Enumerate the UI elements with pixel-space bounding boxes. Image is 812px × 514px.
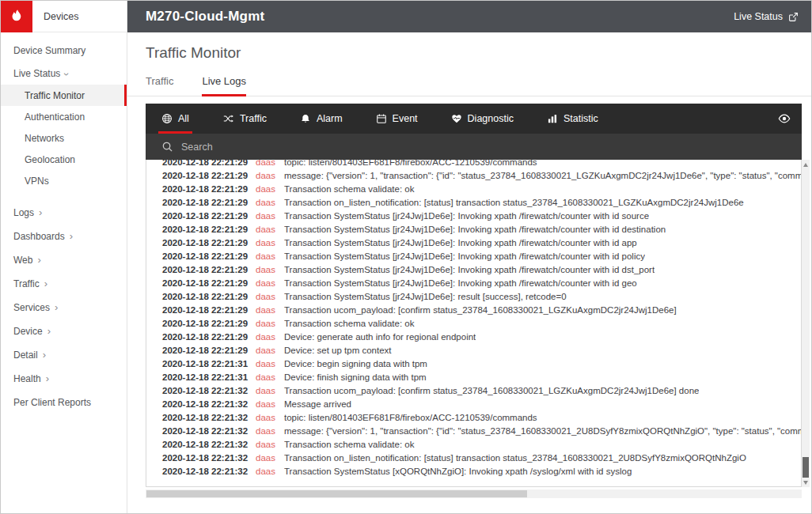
live-status-link[interactable]: Live Status (734, 11, 799, 22)
sidebar-item-web[interactable]: Web› (1, 248, 127, 272)
tab-live-logs[interactable]: Live Logs (202, 75, 246, 96)
log-row: 2020-12-18 22:21:32 daas topic: listen/8… (146, 410, 801, 424)
sidebar-item-device-summary[interactable]: Device Summary (1, 39, 127, 62)
log-message: Device: begin signing data with tpm (284, 359, 427, 368)
sidebar-item-health[interactable]: Health› (1, 367, 127, 391)
log-source: daas (256, 278, 284, 288)
sidebar-item-label: VPNs (25, 176, 49, 187)
sidebar-item-services[interactable]: Services› (1, 296, 127, 319)
sidebar-item-logs[interactable]: Logs› (1, 201, 127, 225)
filter-tab-label: Traffic (240, 113, 267, 124)
log-timestamp: 2020-12-18 22:21:32 (162, 467, 256, 476)
log-source: daas (256, 453, 284, 463)
scroll-down-button[interactable] (802, 478, 810, 487)
vertical-scrollbar-thumb[interactable] (803, 457, 809, 478)
filter-tab-alarm[interactable]: Alarm (300, 104, 343, 134)
flame-icon (8, 8, 25, 25)
live-view-toggle[interactable] (778, 112, 791, 125)
log-message: Transaction SystemStatus [jr24Jwj1De6e]:… (284, 265, 655, 274)
log-message: Message arrived (284, 399, 351, 409)
log-timestamp: 2020-12-18 22:21:32 (162, 453, 256, 463)
log-row: 2020-12-18 22:21:29 daas Transaction sch… (146, 316, 801, 330)
log-message: Transaction SystemStatus [jr24Jwj1De6e]:… (284, 211, 649, 221)
filter-tab-all[interactable]: All (161, 104, 189, 134)
log-source: daas (256, 319, 284, 328)
sidebar-item-geolocation[interactable]: Geolocation (1, 149, 127, 170)
log-row: 2020-12-18 22:21:29 daas Transaction Sys… (146, 222, 801, 236)
log-timestamp: 2020-12-18 22:21:29 (162, 292, 256, 301)
log-timestamp: 2020-12-18 22:21:32 (162, 440, 256, 449)
filter-tab-event[interactable]: Event (376, 104, 418, 134)
traffic-arrows-icon (222, 113, 234, 124)
globe-icon (161, 113, 173, 124)
log-source: daas (256, 372, 284, 382)
log-message: Transaction on_listen_notification: [sta… (284, 198, 744, 207)
sidebar-item-live-status[interactable]: Live Status› (1, 62, 127, 85)
log-search-bar (146, 134, 802, 160)
horizontal-scrollbar-thumb[interactable] (146, 490, 527, 497)
sidebar-item-detail[interactable]: Detail› (1, 343, 127, 367)
chevron-down-icon: › (63, 72, 71, 75)
sidebar-item-device[interactable]: Device› (1, 319, 127, 343)
log-source: daas (256, 211, 284, 221)
log-message: Transaction ucom_payload: [confirm statu… (284, 305, 677, 315)
filter-tab-statistic[interactable]: Statistic (547, 104, 598, 134)
sidebar-item-per-client-reports[interactable]: Per Client Reports (1, 391, 127, 414)
filter-tab-traffic[interactable]: Traffic (222, 104, 267, 134)
log-source: daas (256, 251, 284, 261)
log-message: Transaction ucom_payload: [confirm statu… (284, 386, 699, 395)
scroll-up-button[interactable] (802, 160, 810, 169)
log-message: Transaction on_listen_notification: [sta… (284, 453, 746, 463)
vertical-scrollbar[interactable] (802, 160, 810, 487)
log-row: 2020-12-18 22:21:29 daas Transaction Sys… (146, 276, 801, 289)
tab-label: Live Logs (202, 75, 246, 87)
log-source: daas (256, 467, 284, 476)
log-row: 2020-12-18 22:21:29 daas Transaction Sys… (146, 209, 801, 222)
log-source: daas (256, 413, 284, 422)
sidebar-item-dashboards[interactable]: Dashboards› (1, 225, 127, 248)
chevron-right-icon: › (43, 351, 46, 359)
log-source: daas (256, 160, 284, 167)
log-timestamp: 2020-12-18 22:21:29 (162, 251, 256, 261)
top-header: M270-Cloud-Mgmt Live Status (127, 1, 811, 32)
sidebar-item-traffic-monitor[interactable]: Traffic Monitor (1, 85, 127, 106)
filter-tab-diagnostic[interactable]: Diagnostic (451, 104, 514, 134)
log-row: 2020-12-18 22:21:29 daas Transaction Sys… (146, 289, 801, 303)
filter-tab-label: All (178, 113, 189, 124)
sidebar-item-networks[interactable]: Networks (1, 127, 127, 149)
log-row: 2020-12-18 22:21:32 daas Transaction uco… (146, 384, 801, 397)
log-row: 2020-12-18 22:21:32 daas message: {"vers… (146, 424, 801, 437)
log-message: Transaction SystemStatus [jr24Jwj1De6e]:… (284, 251, 645, 261)
page-tabs: Traffic Live Logs (127, 75, 811, 96)
log-timestamp: 2020-12-18 22:21:32 (162, 413, 256, 422)
filter-tab-label: Diagnostic (468, 113, 514, 124)
sidebar-item-label: Traffic Monitor (25, 90, 85, 101)
log-message: topic: listen/801403EF681F8/firebox/ACC-… (284, 413, 537, 422)
heart-pulse-icon (451, 113, 462, 124)
horizontal-scrollbar[interactable] (146, 489, 802, 498)
chevron-right-icon: › (70, 232, 73, 240)
log-timestamp: 2020-12-18 22:21:29 (162, 346, 256, 355)
log-timestamp: 2020-12-18 22:21:29 (162, 211, 256, 221)
search-input[interactable] (181, 142, 792, 153)
live-status-label: Live Status (734, 11, 783, 22)
log-message: Transaction SystemStatus [jr24Jwj1De6e]:… (284, 225, 666, 234)
log-source: daas (256, 440, 284, 449)
page-content: Traffic Monitor Traffic Live Logs All (127, 32, 811, 513)
watchguard-flame-logo[interactable] (1, 1, 32, 32)
sidebar-item-traffic[interactable]: Traffic› (1, 272, 127, 296)
search-icon (161, 141, 173, 153)
sidebar-item-label: Health (13, 373, 41, 384)
sidebar-item-label: Authentication (25, 111, 85, 123)
log-timestamp: 2020-12-18 22:21:29 (162, 184, 256, 194)
log-row: 2020-12-18 22:21:29 daas Transaction uco… (146, 303, 801, 316)
log-timestamp: 2020-12-18 22:21:29 (162, 198, 256, 207)
sidebar-item-authentication[interactable]: Authentication (1, 106, 127, 127)
log-row: 2020-12-18 22:21:32 daas Transaction Sys… (146, 464, 801, 478)
log-timestamp: 2020-12-18 22:21:29 (162, 171, 256, 180)
log-row: 2020-12-18 22:21:29 daas Transaction Sys… (146, 249, 801, 263)
tab-traffic[interactable]: Traffic (146, 75, 173, 96)
triangle-down-icon (803, 481, 808, 485)
log-row: 2020-12-18 22:21:29 daas Transaction on_… (146, 195, 801, 209)
sidebar-item-vpns[interactable]: VPNs (1, 170, 127, 191)
